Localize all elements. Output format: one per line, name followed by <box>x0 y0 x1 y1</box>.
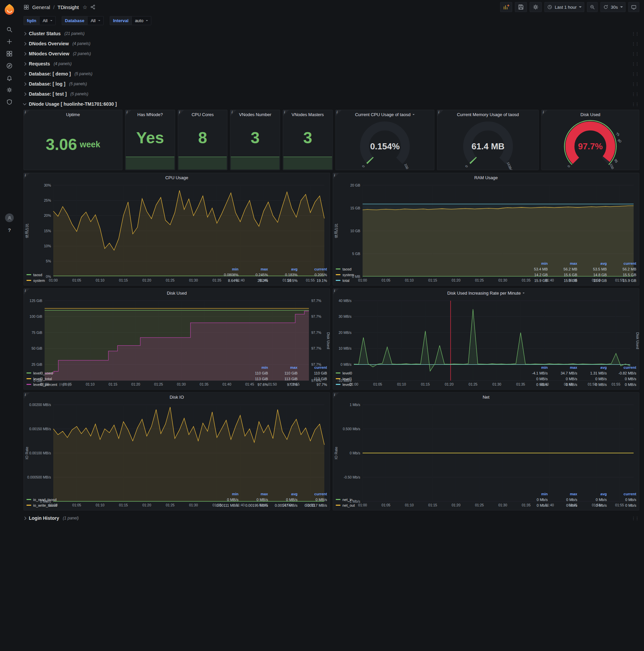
share-icon[interactable] <box>90 4 96 10</box>
panel-info-icon[interactable]: i <box>333 288 339 294</box>
configuration-gear-icon[interactable] <box>4 84 15 96</box>
panel-info-icon[interactable]: i <box>333 173 339 179</box>
variable-interval-value[interactable]: auto <box>132 16 151 25</box>
panel-info-icon[interactable]: i <box>438 110 443 116</box>
panel-title-ram-usage[interactable]: RAM Usage <box>333 173 639 182</box>
drag-handle-icon[interactable]: ⋮⋮ <box>631 71 639 76</box>
sparkline <box>231 157 280 169</box>
zoom-out-time-button[interactable] <box>587 2 598 12</box>
panel-title-cpu-usage[interactable]: CPU Usage <box>24 173 330 182</box>
favorite-star-icon[interactable]: ☆ <box>83 4 87 10</box>
chart-row-1: i CPU Usage 30%25%20%15%10%5%0%01:0001:0… <box>24 173 639 285</box>
panel-info-icon[interactable]: i <box>178 110 184 116</box>
time-range-picker[interactable]: Last 1 hour <box>544 2 584 12</box>
row-database-demo[interactable]: Database: [ demo ] (5 panels) ⋮⋮ <box>24 69 639 79</box>
svg-text:Disk Used: Disk Used <box>636 332 639 349</box>
row-dnodes-overview[interactable]: DNodes Overview (4 panels) ⋮⋮ <box>24 39 639 49</box>
dashboard-settings-button[interactable] <box>529 2 542 12</box>
dashboards-icon[interactable] <box>4 48 15 60</box>
disk-io-chart[interactable]: 0.00200 MB/s0.00150 MB/s0.00100 MB/s0.00… <box>24 401 330 491</box>
user-avatar[interactable] <box>5 213 14 222</box>
variable-interval: Interval auto <box>110 16 152 25</box>
ram-usage-legend[interactable]: minmaxavgcurrenttaosd53.4 MB56.2 MB53.5 … <box>333 260 639 285</box>
svg-text:100: 100 <box>404 163 409 170</box>
drag-handle-icon[interactable]: ⋮⋮ <box>631 92 639 97</box>
net-legend[interactable]: minmaxavgcurrentnet_in0 Mb/s0 Mb/s0 Mb/s… <box>333 491 639 510</box>
breadcrumb-folder[interactable]: General <box>32 4 50 10</box>
ram-usage-chart[interactable]: 20 GB15 GB10 GB5 GB0 MB01:0001:0501:1001… <box>333 182 639 260</box>
row-requests[interactable]: Requests (4 panels) ⋮⋮ <box>24 59 639 69</box>
panel-title-net[interactable]: Net <box>333 393 639 401</box>
row-dnode-usage[interactable]: DNode Usage [ huolinhe-TM1701:6030 ] ⋮⋮ <box>24 99 639 109</box>
svg-text:0.000500 MB/s: 0.000500 MB/s <box>27 475 51 479</box>
cpu-usage-legend[interactable]: minmaxavgcurrenttaosd0.0808%0.245%0.183%… <box>24 266 330 285</box>
panel-title-uptime[interactable]: Uptime <box>24 110 122 119</box>
drag-handle-icon[interactable]: ⋮⋮ <box>631 102 639 107</box>
drag-handle-icon[interactable]: ⋮⋮ <box>631 31 639 36</box>
panel-info-icon[interactable]: i <box>24 173 30 179</box>
panel-title-vnodes-masters[interactable]: VNodes Masters <box>283 110 332 119</box>
panel-title-disk-io[interactable]: Disk IO <box>24 393 330 401</box>
row-cluster-status[interactable]: Cluster Status (21 panels) ⋮⋮ <box>24 29 639 39</box>
alerting-bell-icon[interactable] <box>4 72 15 84</box>
drag-handle-icon[interactable]: ⋮⋮ <box>631 61 639 66</box>
disk-used-gauge: 010075809597.7% <box>542 119 639 170</box>
panel-title-vnodes-number[interactable]: VNodes Number <box>230 110 280 119</box>
panel-info-icon[interactable]: i <box>336 110 342 116</box>
panel-info-icon[interactable]: i <box>125 110 131 116</box>
disk-rate-chart[interactable]: 40 MB/s30 MB/s20 MB/s10 MB/s0 MB/s-10 MB… <box>333 297 639 365</box>
caret-down-icon <box>146 20 148 21</box>
svg-text:10 GB: 10 GB <box>350 229 360 233</box>
svg-text:0: 0 <box>464 165 468 168</box>
disk-used-chart[interactable]: 125 GiB97.7%100 GiB97.7%75 GiB97.7%50 Gi… <box>24 297 330 365</box>
variable-fqdn-value[interactable]: All <box>40 16 55 25</box>
create-plus-icon[interactable] <box>4 36 15 48</box>
panel-title-disk-used-graph[interactable]: Disk Used <box>24 288 330 297</box>
row-title: MNodes Overview <box>29 51 69 56</box>
panel-title-current-cpu-usage[interactable]: Current CPU Usage of taosd <box>336 110 434 119</box>
caret-down-icon <box>50 20 52 21</box>
svg-text:15%: 15% <box>44 229 51 233</box>
search-icon[interactable] <box>4 24 15 36</box>
row-mnodes-overview[interactable]: MNodes Overview (2 panels) ⋮⋮ <box>24 49 639 59</box>
panel-title-disk-rate[interactable]: Disk Used Increasing Rate per Minute <box>333 288 639 297</box>
save-dashboard-button[interactable] <box>515 2 527 12</box>
help-icon[interactable]: ? <box>5 225 14 234</box>
panel-info-icon[interactable]: i <box>283 110 289 116</box>
row-login-history[interactable]: Login History (1 panel) ⋮⋮ <box>24 513 639 523</box>
row-title: DNode Usage [ huolinhe-TM1701:6030 ] <box>29 101 117 107</box>
disk-io-legend[interactable]: minmaxavgcurrentio_read_taosd0 MB/s0 MB/… <box>24 491 330 510</box>
panel-vnodes-masters: i VNodes Masters 3 <box>283 110 333 170</box>
row-database-test[interactable]: Database: [ test ] (5 panels) ⋮⋮ <box>24 89 639 99</box>
disk-used-legend[interactable]: minmaxcurrentlevel0_used110 GiB110 GiB11… <box>24 365 330 389</box>
drag-handle-icon[interactable]: ⋮⋮ <box>631 51 639 56</box>
grafana-logo-icon[interactable] <box>3 3 15 16</box>
row-database-log[interactable]: Database: [ log ] (5 panels) ⋮⋮ <box>24 79 639 89</box>
panel-info-icon[interactable]: i <box>333 393 339 398</box>
net-chart[interactable]: 1 Mb/s0.500 Mb/s0 Mb/s-0.50 Mb/s-1 Mb/s0… <box>333 401 639 491</box>
panel-info-icon[interactable]: i <box>230 110 236 116</box>
kiosk-tv-button[interactable] <box>628 2 639 12</box>
row-panel-count: (4 panels) <box>72 41 90 46</box>
drag-handle-icon[interactable]: ⋮⋮ <box>631 516 639 521</box>
panel-disk-io: i Disk IO 0.00200 MB/s0.00150 MB/s0.0010… <box>24 392 330 510</box>
panel-info-icon[interactable]: i <box>24 393 30 398</box>
add-panel-button[interactable] <box>500 2 512 12</box>
refresh-button[interactable]: 30s <box>601 2 625 12</box>
panel-info-icon[interactable]: i <box>24 288 30 294</box>
panel-info-icon[interactable]: i <box>542 110 547 116</box>
panel-title-current-memory-usage[interactable]: Current Memory Usage of taosd <box>438 110 539 119</box>
variable-database-value[interactable]: All <box>88 16 103 25</box>
panel-info-icon[interactable]: i <box>24 110 30 116</box>
drag-handle-icon[interactable]: ⋮⋮ <box>631 41 639 46</box>
drag-handle-icon[interactable]: ⋮⋮ <box>631 82 639 87</box>
panel-title-has-mnode[interactable]: Has MNode? <box>125 110 175 119</box>
explore-compass-icon[interactable] <box>4 60 15 72</box>
panel-title-cpu-cores[interactable]: CPU Cores <box>178 110 227 119</box>
disk-rate-legend[interactable]: minmaxavgcurrentlevel0-4.1 MB/s34.7 MB/s… <box>333 365 639 389</box>
caret-down-icon <box>579 6 582 8</box>
server-admin-shield-icon[interactable] <box>4 96 15 108</box>
breadcrumb: General / TDinsight ☆ <box>24 4 96 10</box>
panel-title-disk-used[interactable]: Disk Used <box>542 110 639 119</box>
cpu-usage-chart[interactable]: 30%25%20%15%10%5%0%01:0001:0501:1001:150… <box>24 182 330 266</box>
